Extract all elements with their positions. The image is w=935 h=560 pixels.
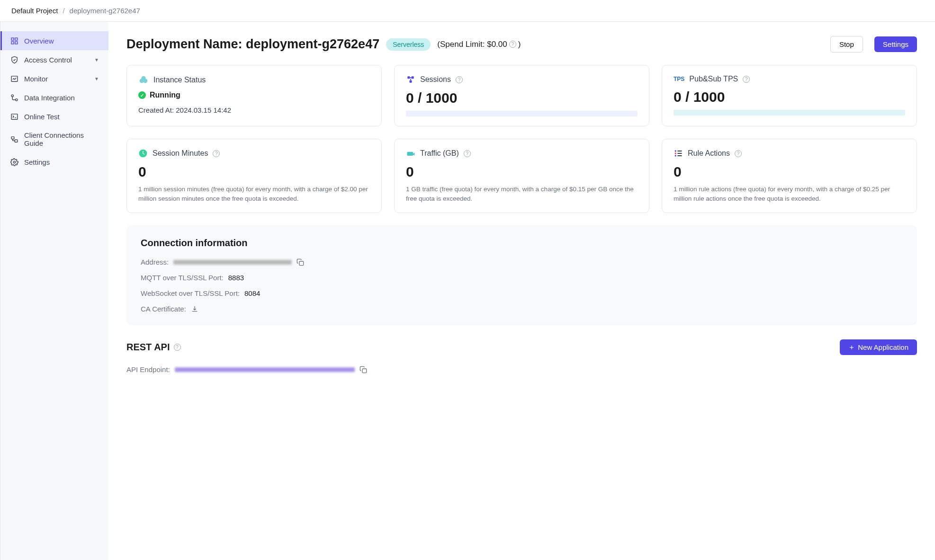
page-title: Deployment Name: deployment-g2762e47 [126,37,379,52]
card-title: Instance Status [153,76,206,84]
address-label: Address: [141,258,169,266]
svg-point-21 [675,155,676,156]
plus-icon [848,344,855,351]
svg-rect-18 [407,152,414,156]
clock-icon [138,149,148,158]
help-icon[interactable]: ? [456,76,463,83]
sessions-card: Sessions ? 0 / 1000 [394,65,649,126]
help-icon[interactable]: ? [213,150,220,157]
svg-rect-8 [11,136,14,139]
page-header: Deployment Name: deployment-g2762e47 Ser… [126,36,917,53]
card-title: Session Minutes [153,149,208,158]
mqtt-port: 8883 [228,274,244,282]
address-value-redacted [173,260,292,265]
sidebar: Overview Access Control ▼ Monitor ▼ Data… [0,22,108,560]
svg-rect-22 [677,151,682,151]
gear-icon [10,158,18,166]
sidebar-item-label: Online Test [24,113,99,121]
help-icon[interactable]: ? [743,76,750,83]
sessions-bar [406,111,638,116]
svg-rect-26 [362,369,367,373]
list-icon [674,149,683,158]
help-icon[interactable]: ? [509,41,516,48]
sidebar-item-label: Client Connections Guide [24,131,99,147]
instance-status-card: Instance Status ✓ Running Created At: 20… [126,65,382,126]
shield-icon [10,55,18,64]
svg-point-19 [675,150,676,151]
cloud-icon [138,75,149,85]
created-at: Created At: 2024.03.15 14:42 [138,106,370,114]
card-title: Pub&Sub TPS [689,75,738,83]
sidebar-item-online-test[interactable]: Online Test [0,107,108,126]
grid-icon [10,36,18,45]
help-icon[interactable]: ? [735,150,742,157]
sessions-value: 0 / 1000 [406,90,638,106]
deployment-type-badge: Serverless [386,38,431,51]
sidebar-item-label: Access Control [24,56,89,64]
connections-icon [10,135,18,143]
svg-point-13 [141,76,145,80]
connection-section: Connection information Address: MQTT ove… [126,225,917,325]
settings-button[interactable]: Settings [874,36,917,52]
card-title: Sessions [420,75,451,84]
sidebar-item-client-connections[interactable]: Client Connections Guide [0,126,108,152]
status-value: Running [150,91,180,99]
breadcrumb-current: deployment-g2762e47 [70,7,140,15]
breadcrumb-separator: / [63,7,64,15]
sidebar-item-overview[interactable]: Overview [0,31,108,50]
svg-point-5 [11,95,13,97]
spend-limit: (Spend Limit: $0.00 ? ) [437,40,521,49]
sidebar-item-label: Settings [24,158,99,166]
sidebar-item-access-control[interactable]: Access Control ▼ [0,50,108,69]
copy-icon[interactable] [297,258,304,266]
svg-rect-1 [15,38,17,40]
rules-value: 0 [674,164,905,180]
stop-button[interactable]: Stop [830,36,863,53]
svg-rect-3 [15,41,17,44]
minutes-desc: 1 million session minutes (free quota) f… [138,185,370,203]
terminal-icon [10,112,18,121]
new-application-button[interactable]: New Application [840,339,917,355]
card-title: Rule Actions [688,149,730,158]
rules-desc: 1 million rule actions (free quota) for … [674,185,905,203]
traffic-value: 0 [406,164,638,180]
svg-rect-0 [11,38,14,40]
ws-port: 8084 [244,289,260,297]
main-content: Deployment Name: deployment-g2762e47 Ser… [108,22,935,560]
check-icon: ✓ [138,91,146,99]
svg-point-6 [15,98,17,100]
ca-cert-row: CA Certificate: [141,305,903,313]
svg-rect-16 [410,80,412,83]
tps-card: TPS Pub&Sub TPS ? 0 / 1000 [662,65,917,126]
chevron-down-icon: ▼ [94,76,99,81]
mqtt-port-row: MQTT over TLS/SSL Port: 8883 [141,274,903,282]
address-row: Address: [141,258,903,266]
sidebar-item-data-integration[interactable]: Data Integration [0,88,108,107]
chart-icon [10,74,18,83]
help-icon[interactable]: ? [464,150,471,157]
download-icon[interactable] [191,305,198,313]
svg-rect-24 [677,155,682,156]
sidebar-item-monitor[interactable]: Monitor ▼ [0,69,108,88]
svg-rect-2 [11,41,14,44]
tps-icon: TPS [674,76,684,82]
card-title: Traffic (GB) [420,149,459,158]
svg-rect-15 [412,76,414,79]
rule-actions-card: Rule Actions ? 0 1 million rule actions … [662,139,917,213]
sidebar-item-label: Monitor [24,75,89,83]
svg-rect-9 [15,140,18,142]
svg-point-20 [675,152,676,154]
help-icon[interactable]: ? [174,344,181,351]
rest-api-header: REST API ? New Application [126,339,917,355]
breadcrumb-project[interactable]: Default Project [11,7,58,15]
sessions-icon [406,75,415,84]
sidebar-item-label: Data Integration [24,94,99,102]
api-endpoint-row: API Endpoint: [126,365,917,373]
endpoint-value-redacted [175,367,355,372]
traffic-desc: 1 GB traffic (free quota) for every mont… [406,185,638,203]
sidebar-item-settings[interactable]: Settings [0,152,108,171]
copy-icon[interactable] [360,366,367,373]
chevron-down-icon: ▼ [94,57,99,62]
svg-rect-14 [407,76,410,79]
minutes-value: 0 [138,164,370,180]
